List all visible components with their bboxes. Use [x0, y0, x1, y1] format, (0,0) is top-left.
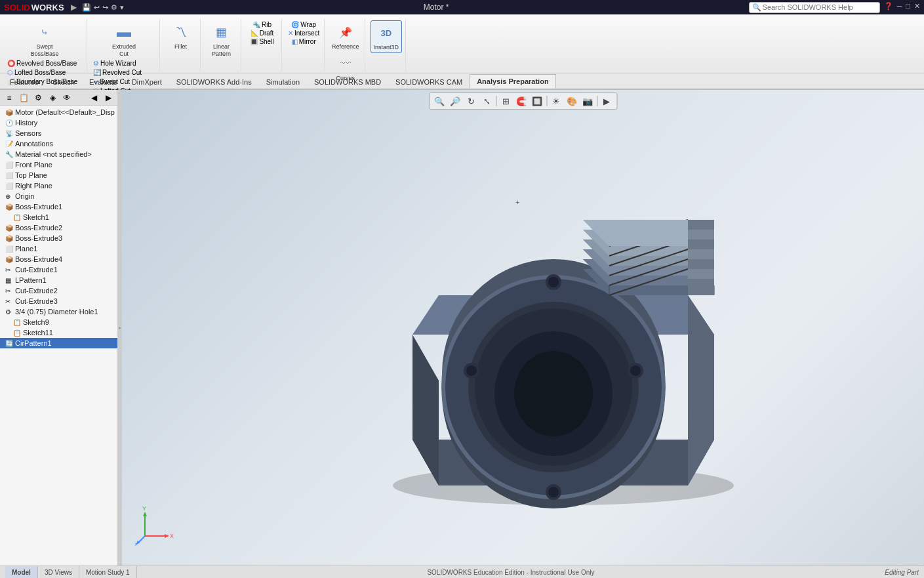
swept-boss-btn[interactable]: ⤷ SweptBoss/Base — [28, 20, 61, 59]
revolved-boss-btn[interactable]: ⭕ Revolved Boss/Base — [5, 59, 79, 68]
intersect-icon: ✕ — [288, 30, 293, 37]
tab-analysis-preparation[interactable]: Analysis Preparation — [470, 74, 555, 89]
tree-item-sensors[interactable]: 📡 Sensors — [0, 128, 117, 138]
tree-item-front-plane[interactable]: ⬜ Front Plane — [0, 159, 117, 170]
bottom-tab-motion[interactable]: Motion Study 1 — [79, 566, 137, 579]
tab-sketch[interactable]: Sketch — [45, 74, 82, 89]
right-plane-icon: ⬜ — [5, 182, 13, 190]
search-box[interactable]: 🔍 — [749, 2, 880, 13]
tree-item-lpattern1[interactable]: ▦ LPattern1 — [0, 275, 117, 285]
tree-item-sketch11[interactable]: 📋 Sketch11 — [0, 327, 117, 338]
tree-item-motor[interactable]: 📦 Motor (Default<<Default>_Disp — [0, 107, 117, 117]
tree-item-boss-extrude2[interactable]: 📦 Boss-Extrude2 — [0, 222, 117, 233]
tab-cam[interactable]: SOLIDWORKS CAM — [388, 74, 470, 89]
tree-item-right-plane[interactable]: ⬜ Right Plane — [0, 180, 117, 191]
property-manager-btn[interactable]: 📋 — [17, 91, 30, 104]
instant3d-btn[interactable]: 3D Instant3D — [371, 20, 403, 53]
hole-wizard-icon: ⚙ — [93, 60, 99, 67]
expand-btn[interactable]: ▶ — [102, 91, 115, 104]
save-btn[interactable]: 💾 — [82, 3, 91, 12]
tab-mbd[interactable]: SOLIDWORKS MBD — [307, 74, 388, 89]
tree-item-annotations[interactable]: 📝 Annotations — [0, 138, 117, 149]
draft-btn[interactable]: 📐 Draft — [249, 29, 276, 37]
options-btn[interactable]: ▾ — [120, 3, 124, 12]
model-3d-view — [360, 138, 767, 518]
cursor-position: + — [515, 198, 519, 206]
title-bar: SOLIDWORKS ▶ 💾 ↩ ↪ ⚙ ▾ Motor * 🔍 ❓ ─ □ ✕ — [0, 0, 924, 14]
tree-item-cirpattern1[interactable]: 🔄 CirPattern1 — [0, 338, 117, 348]
tab-simulation[interactable]: Simulation — [259, 74, 307, 89]
tree-item-sketch1[interactable]: 📋 Sketch1 — [0, 212, 117, 222]
tree-item-origin[interactable]: ⊕ Origin — [0, 191, 117, 201]
ribbon-group-cut: ▬ ExtrudedCut ⚙ Hole Wizard 🔄 Revolved C… — [89, 19, 160, 72]
tree-item-hole1[interactable]: ⚙ 3/4 (0.75) Diameter Hole1 — [0, 306, 117, 317]
linear-pattern-icon: ▦ — [211, 22, 232, 43]
feature-manager-btn[interactable]: ≡ — [3, 91, 16, 104]
hole-wizard-btn[interactable]: ⚙ Hole Wizard — [91, 59, 138, 68]
tree-item-history[interactable]: 🕐 History — [0, 117, 117, 128]
tree-item-material[interactable]: 🔧 Material <not specified> — [0, 149, 117, 159]
tree-item-boss-extrude3[interactable]: 📦 Boss-Extrude3 — [0, 233, 117, 243]
ribbon-group-boss: ⤷ SweptBoss/Base ⭕ Revolved Boss/Base ⬡ … — [3, 19, 87, 72]
viewport[interactable]: 🔍 🔎 ↻ ⤡ ⊞ 🧲 🔲 ☀ 🎨 📷 ▶ — [122, 90, 924, 566]
dim-xpert-btn[interactable]: ◈ — [46, 91, 59, 104]
ribbon-toolbar: ⤷ SweptBoss/Base ⭕ Revolved Boss/Base ⬡ … — [0, 14, 924, 73]
coordinate-axes: X Y Z — [135, 506, 168, 539]
quick-access: 💾 ↩ ↪ ⚙ ▾ — [82, 3, 124, 12]
tab-addins[interactable]: SOLIDWORKS Add-Ins — [169, 74, 259, 89]
svg-marker-42 — [688, 230, 714, 239]
svg-point-20 — [548, 487, 559, 497]
svg-marker-45 — [688, 259, 714, 269]
mirror-icon: ◧ — [292, 38, 298, 45]
cut-extrude1-icon: ✂ — [5, 266, 13, 274]
tab-dimxpert[interactable]: DimXpert — [125, 74, 169, 89]
window-title: Motor * — [424, 3, 449, 12]
annotations-icon: 📝 — [5, 140, 13, 148]
top-plane-icon: ⬜ — [5, 172, 13, 179]
svg-marker-4 — [688, 295, 714, 485]
tree-item-boss-extrude4[interactable]: 📦 Boss-Extrude4 — [0, 254, 117, 264]
undo-btn[interactable]: ↩ — [94, 3, 100, 12]
svg-point-18 — [630, 365, 641, 376]
ribbon-tabs: Features Sketch Evaluate DimXpert SOLIDW… — [0, 73, 924, 89]
tree-item-cut-extrude3[interactable]: ✂ Cut-Extrude3 — [0, 296, 117, 306]
shell-btn[interactable]: 🔳 Shell — [248, 37, 275, 46]
fillet-btn[interactable]: 〽 Fillet — [165, 20, 197, 52]
tree-item-sketch9[interactable]: 📋 Sketch9 — [0, 317, 117, 327]
rib-btn[interactable]: 🔩 Rib — [251, 20, 273, 29]
config-manager-btn[interactable]: ⚙ — [31, 91, 45, 104]
search-input[interactable] — [763, 3, 868, 11]
wrap-icon: 🌀 — [291, 21, 299, 28]
tab-features[interactable]: Features — [3, 74, 45, 89]
help-icon[interactable]: ❓ — [884, 2, 893, 13]
svg-marker-47 — [688, 279, 714, 295]
tree-item-top-plane[interactable]: ⬜ Top Plane — [0, 170, 117, 180]
tree-item-cut-extrude2[interactable]: ✂ Cut-Extrude2 — [0, 285, 117, 296]
tree-item-boss-extrude1[interactable]: 📦 Boss-Extrude1 — [0, 201, 117, 212]
revolved-boss-icon: ⭕ — [7, 60, 15, 67]
reference-btn[interactable]: 📌 Reference — [329, 20, 362, 52]
window-restore[interactable]: □ — [906, 2, 910, 13]
wrap-btn[interactable]: 🌀 Wrap — [289, 20, 318, 29]
motor-icon: 📦 — [5, 109, 13, 116]
model-canvas — [122, 90, 924, 566]
rebuild-btn[interactable]: ⚙ — [111, 3, 117, 12]
redo-btn[interactable]: ↪ — [102, 3, 108, 12]
cirpattern1-icon: 🔄 — [5, 340, 13, 347]
linear-pattern-btn[interactable]: ▦ LinearPattern — [206, 20, 237, 59]
mirror-btn[interactable]: ◧ Mirror — [290, 37, 318, 46]
feature-manager-tree: 📦 Motor (Default<<Default>_Disp 🕐 Histor… — [0, 106, 117, 566]
bottom-tab-model[interactable]: Model — [5, 566, 38, 579]
window-close[interactable]: ✕ — [914, 2, 920, 13]
collapse-btn[interactable]: ◀ — [87, 91, 100, 104]
ribbon-group-ref: 📌 Reference 〰 Curves — [326, 19, 365, 72]
bottom-tab-3dviews[interactable]: 3D Views — [38, 566, 79, 579]
display-manager-btn[interactable]: 👁 — [60, 91, 73, 104]
tab-evaluate[interactable]: Evaluate — [82, 74, 125, 89]
window-minimize[interactable]: ─ — [897, 2, 902, 13]
tree-item-cut-extrude1[interactable]: ✂ Cut-Extrude1 — [0, 264, 117, 275]
tree-item-plane1[interactable]: ⬜ Plane1 — [0, 243, 117, 254]
intersect-btn[interactable]: ✕ Intersect — [286, 29, 321, 37]
ribbon-group-features: 🔩 Rib 📐 Draft 🔳 Shell — [243, 19, 282, 72]
extruded-cut-btn[interactable]: ▬ ExtrudedCut — [108, 20, 140, 59]
